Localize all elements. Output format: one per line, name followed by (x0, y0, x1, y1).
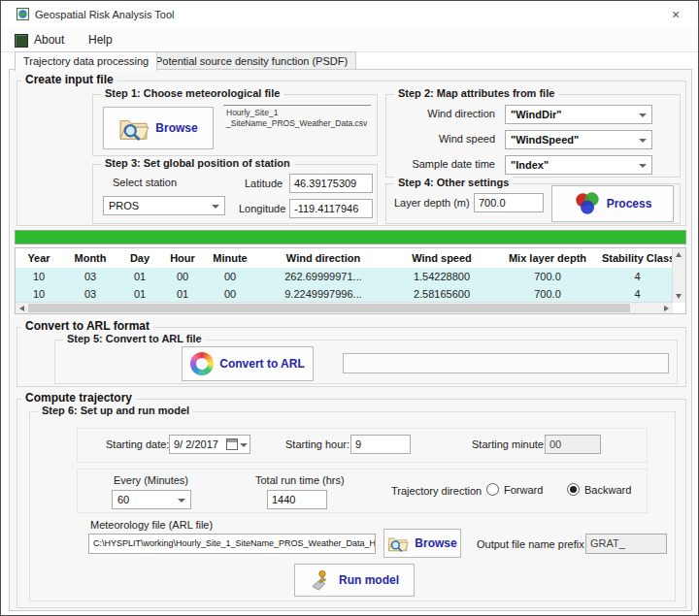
browse-met-file-button[interactable]: Browse (103, 107, 214, 149)
scroll-left-icon[interactable] (19, 306, 24, 311)
menu-item-help[interactable]: Help (84, 32, 116, 48)
starting-date-value: 9/ 2/2017 (174, 438, 218, 450)
forward-radio-label: Forward (504, 484, 543, 496)
col-header-hour[interactable]: Hour (161, 248, 204, 268)
total-run-time-label: Total run time (hrs) (255, 474, 345, 486)
cell: 9.2249997996... (256, 285, 390, 303)
tab-psdf[interactable]: Potential source density function (PSDF) (147, 51, 356, 70)
output-prefix-input[interactable]: GRAT_ (585, 534, 667, 554)
step5-group: Step 5: Convert to ARL file Convert to A… (54, 340, 678, 384)
close-icon[interactable]: × (667, 7, 684, 22)
col-header-stability-class[interactable]: Stability Class (602, 248, 673, 268)
every-minutes-value: 60 (117, 494, 129, 505)
runner-icon (310, 568, 333, 592)
menu-bar: About Help (1, 28, 698, 52)
chevron-down-icon (639, 113, 647, 117)
folder-magnifier-icon (387, 535, 409, 552)
browse-arl-button[interactable]: Browse (383, 529, 461, 558)
station-value: PROS (109, 200, 139, 211)
process-button[interactable]: Process (551, 185, 674, 222)
cell: 700.0 (493, 285, 602, 303)
vertical-scrollbar[interactable] (672, 248, 685, 303)
col-header-wind-speed[interactable]: Wind speed (390, 248, 493, 268)
wind-speed-value: "WindSpeed" (511, 134, 579, 146)
starting-date-label: Starting date: (106, 438, 169, 450)
starting-minute-input[interactable]: 00 (545, 435, 601, 454)
total-run-time-input[interactable]: 1440 (267, 490, 327, 509)
scrollbar-thumb[interactable] (28, 304, 630, 312)
table-row[interactable]: 10 03 01 01 00 9.2249997996... 2.5816560… (16, 285, 673, 303)
starting-hour-input[interactable]: 9 (350, 435, 411, 454)
col-header-minute[interactable]: Minute (204, 248, 256, 268)
starting-hour-label: Starting hour: (285, 438, 350, 450)
weather-data-table: Year Month Day Hour Minute Wind directio… (15, 247, 686, 314)
wind-direction-value: "WindDir" (511, 109, 562, 120)
starting-date-picker[interactable]: 9/ 2/2017 (169, 435, 250, 454)
cell: 03 (62, 285, 118, 303)
output-prefix-label: Output file name prefix (477, 538, 584, 550)
window-title: Geospatial Risk Analysis Tool (35, 9, 174, 20)
scroll-down-icon[interactable] (676, 294, 682, 299)
latitude-input[interactable]: 46.39175309 (289, 174, 373, 193)
chevron-down-icon (178, 499, 185, 503)
col-header-day[interactable]: Day (118, 248, 161, 268)
sample-date-time-label: Sample date time (412, 158, 495, 170)
every-minutes-label: Every (Minutes) (114, 474, 188, 486)
cell: 10 (16, 268, 62, 285)
wind-direction-select[interactable]: "WindDir" (505, 105, 652, 124)
rainbow-ring-icon (190, 352, 214, 375)
horizontal-scrollbar[interactable] (16, 302, 673, 313)
layer-depth-input[interactable]: 700.0 (474, 193, 544, 212)
menu-item-about[interactable]: About (30, 32, 68, 48)
tab-trajectory-data-processing[interactable]: Trajectory data processing (15, 51, 157, 71)
station-select[interactable]: PROS (103, 196, 225, 215)
compute-trajectory-title: Compute trajectory (21, 391, 136, 405)
longitude-label: Longitude (239, 203, 285, 214)
met-file-label: Meteorology file (ARL file) (90, 519, 213, 531)
cell: 4 (602, 285, 673, 303)
about-menu-icon (15, 34, 28, 48)
radio-icon (486, 483, 499, 496)
step5-title: Step 5: Convert to ARL file (63, 333, 206, 344)
scroll-up-icon[interactable] (676, 252, 682, 257)
browse-button-label: Browse (155, 121, 197, 135)
forward-radio[interactable]: Forward (486, 483, 543, 496)
col-header-mix-layer-depth[interactable]: Mix layer depth (493, 248, 602, 268)
layer-depth-label: Layer depth (m) (394, 197, 470, 209)
run-model-button[interactable]: Run model (294, 564, 415, 597)
cell: 10 (16, 285, 62, 303)
run-model-button-label: Run model (339, 573, 399, 587)
calendar-icon (226, 438, 238, 450)
convert-button-label: Convert to ARL (219, 357, 305, 371)
cell: 262.69999971... (256, 268, 390, 285)
folder-magnifier-icon (118, 115, 150, 141)
chevron-down-icon (639, 164, 647, 168)
app-window: Geospatial Risk Analysis Tool × About He… (0, 0, 699, 616)
sample-date-time-select[interactable]: "Index" (505, 155, 652, 175)
process-button-label: Process (607, 197, 652, 211)
convert-to-arl-button[interactable]: Convert to ARL (182, 346, 314, 381)
cell: 00 (204, 268, 256, 285)
met-file-path-input[interactable]: C:\HYSPLIT\working\Hourly_Site_1_SiteNam… (88, 534, 376, 554)
col-header-month[interactable]: Month (62, 248, 118, 268)
backward-radio[interactable]: Backward (567, 483, 631, 496)
wind-direction-label: Wind direction (427, 108, 495, 119)
col-header-wind-direction[interactable]: Wind direction (256, 248, 390, 268)
every-minutes-select[interactable]: 60 (112, 490, 191, 509)
selected-file-display: Hourly_Site_1 _SiteName_PROS_Weather_Dat… (223, 105, 371, 149)
convert-progress-bar (343, 353, 669, 373)
step3-title: Step 3: Set global position of station (101, 157, 294, 169)
cell: 01 (161, 285, 204, 303)
scroll-right-icon[interactable] (664, 306, 669, 311)
col-header-year[interactable]: Year (16, 248, 62, 268)
table-row[interactable]: 10 03 01 00 00 262.69999971... 1.5422880… (16, 268, 673, 285)
longitude-input[interactable]: -119.4117946 (289, 199, 373, 218)
cell: 01 (118, 285, 161, 303)
trajectory-direction-label: Trajectory direction (391, 485, 482, 497)
rgb-circles-icon (574, 191, 601, 216)
title-bar: Geospatial Risk Analysis Tool × (1, 1, 698, 29)
chevron-down-icon (639, 139, 647, 143)
cell: 00 (204, 285, 256, 303)
wind-speed-select[interactable]: "WindSpeed" (505, 130, 652, 149)
file-name-line2: _SiteName_PROS_Weather_Data.csv (226, 118, 368, 129)
